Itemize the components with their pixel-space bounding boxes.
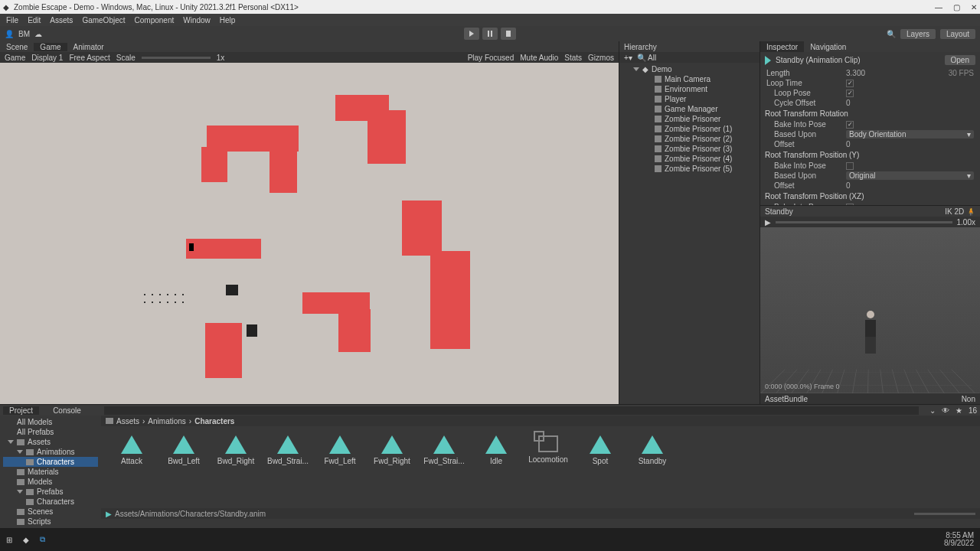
game-viewport[interactable] <box>0 63 619 404</box>
preview-avatar-icon[interactable]: 🧍 <box>966 207 975 216</box>
hierarchy-item[interactable]: Game Manager <box>622 104 756 114</box>
asset-item[interactable]: Attack <box>115 435 149 499</box>
open-button[interactable]: Open <box>945 55 975 65</box>
tab-console[interactable]: Console <box>47 406 87 415</box>
asset-item[interactable]: Bwd_Left <box>167 435 201 499</box>
hierarchy-search[interactable]: 🔍 All <box>637 54 656 62</box>
asset-item[interactable]: Standby <box>635 435 669 499</box>
project-tree[interactable]: All Models All Prefabs Assets Animations… <box>0 416 101 528</box>
tree-item[interactable]: Scripts <box>3 517 98 527</box>
tab-game[interactable]: Game <box>34 43 67 51</box>
loop-time-checkbox[interactable]: ✓ <box>846 80 854 87</box>
hierarchy-item[interactable]: Zombie Prisoner <box>622 114 756 124</box>
asset-item[interactable]: Locomotion <box>531 435 565 499</box>
hierarchy-item[interactable]: Zombie Prisoner (3) <box>622 144 756 154</box>
aspect-dropdown[interactable]: Free Aspect <box>69 54 109 62</box>
tab-inspector[interactable]: Inspector <box>760 41 804 52</box>
tab-project[interactable]: Project <box>3 406 39 415</box>
preview-2d-toggle[interactable]: 2D <box>954 207 964 216</box>
hierarchy-tree[interactable]: ◆Demo Main Camera Environment Player Gam… <box>619 63 760 175</box>
posy-based-dropdown[interactable]: Original▾ <box>846 171 974 180</box>
scale-slider[interactable] <box>142 57 211 59</box>
rot-bake-checkbox[interactable]: ✓ <box>846 121 854 129</box>
hierarchy-item[interactable]: Environment <box>622 84 756 94</box>
tree-item[interactable]: Models <box>3 477 98 487</box>
hierarchy-scene[interactable]: ◆Demo <box>622 64 756 74</box>
cursor-icon <box>189 243 194 251</box>
close-button[interactable]: ✕ <box>971 3 977 11</box>
tab-animator[interactable]: Animator <box>67 43 110 51</box>
pause-button[interactable] <box>482 28 498 40</box>
tree-item[interactable]: Materials <box>3 467 98 477</box>
tree-item[interactable]: All Models <box>3 417 98 427</box>
cloud-icon[interactable]: ☁ <box>34 30 42 38</box>
project-star-icon[interactable]: ★ <box>956 406 962 415</box>
hierarchy-item[interactable]: Player <box>622 94 756 104</box>
preview-timeline[interactable] <box>776 221 952 223</box>
project-filter-icon[interactable]: ⌄ <box>929 406 936 415</box>
stats-toggle[interactable]: Stats <box>564 54 582 62</box>
asset-item[interactable]: Fwd_Strai... <box>427 435 461 499</box>
play-button[interactable] <box>464 28 479 40</box>
hierarchy-item[interactable]: Zombie Prisoner (2) <box>622 134 756 144</box>
tree-item[interactable]: Characters <box>3 497 98 507</box>
asset-item[interactable]: Spot <box>583 435 617 499</box>
assetbundle-dropdown[interactable]: Non <box>962 395 975 403</box>
layout-dropdown[interactable]: Layout <box>940 29 975 39</box>
maximize-button[interactable]: ▢ <box>953 3 960 11</box>
preview-play-button[interactable]: ▶ <box>765 218 771 227</box>
rot-based-dropdown[interactable]: Body Orientation▾ <box>846 130 974 139</box>
cycle-offset-value[interactable]: 0 <box>846 99 974 107</box>
search-icon[interactable]: 🔍 <box>887 30 896 38</box>
rot-offset-value[interactable]: 0 <box>846 140 974 148</box>
asset-item[interactable]: Bwd_Strai... <box>271 435 305 499</box>
tab-navigation[interactable]: Navigation <box>804 41 852 52</box>
tree-item[interactable]: Prefabs <box>3 487 98 497</box>
display-dropdown[interactable]: Display 1 <box>31 54 63 62</box>
tab-scene[interactable]: Scene <box>0 43 34 51</box>
menu-window[interactable]: Window <box>183 16 211 24</box>
hierarchy-add-button[interactable]: +▾ <box>624 54 632 62</box>
preview-ik-toggle[interactable]: IK <box>945 207 952 216</box>
menu-gameobject[interactable]: GameObject <box>82 16 125 24</box>
asset-item[interactable]: Fwd_Left <box>323 435 357 499</box>
windows-start-icon[interactable]: ⊞ <box>6 536 12 544</box>
grid-size-slider[interactable] <box>914 513 975 515</box>
step-button[interactable] <box>501 28 516 40</box>
tree-item[interactable]: Scenes <box>3 507 98 517</box>
tree-assets[interactable]: Assets <box>3 437 98 447</box>
vscode-icon[interactable]: ⧉ <box>40 535 45 544</box>
tree-item[interactable]: All Prefabs <box>3 427 98 437</box>
posy-offset-value[interactable]: 0 <box>846 181 974 190</box>
unity-hub-icon[interactable]: ◆ <box>23 536 29 544</box>
asset-item[interactable]: Idle <box>479 435 513 499</box>
loop-pose-checkbox[interactable]: ✓ <box>846 90 854 97</box>
asset-item[interactable]: Bwd_Right <box>219 435 253 499</box>
posy-bake-checkbox[interactable] <box>846 162 854 170</box>
menu-edit[interactable]: Edit <box>28 16 41 24</box>
menu-file[interactable]: File <box>6 16 18 24</box>
hierarchy-item[interactable]: Main Camera <box>622 74 756 84</box>
preview-stage[interactable]: 0:000 (000.0%) Frame 0 <box>760 227 980 393</box>
hierarchy-item[interactable]: Zombie Prisoner (4) <box>622 154 756 164</box>
menu-assets[interactable]: Assets <box>50 16 73 24</box>
layers-dropdown[interactable]: Layers <box>900 29 936 39</box>
play-focused-dropdown[interactable]: Play Focused <box>468 54 514 62</box>
tree-item[interactable]: Animations <box>3 447 98 457</box>
game-dropdown[interactable]: Game <box>5 54 25 62</box>
hierarchy-item[interactable]: Zombie Prisoner (5) <box>622 164 756 174</box>
hierarchy-item[interactable]: Zombie Prisoner (1) <box>622 124 756 134</box>
account-icon[interactable]: 👤 <box>5 30 14 38</box>
asset-item[interactable]: Fwd_Right <box>375 435 409 499</box>
gizmos-toggle[interactable]: Gizmos <box>588 54 614 62</box>
project-breadcrumb[interactable]: Assets› Animations› Characters <box>101 416 980 426</box>
project-visibility-icon[interactable]: 👁 <box>942 406 949 415</box>
mute-audio-toggle[interactable]: Mute Audio <box>520 54 558 62</box>
project-assets-grid[interactable]: Attack Bwd_Left Bwd_Right Bwd_Strai... F… <box>101 426 980 508</box>
tree-item-selected[interactable]: Characters <box>3 457 98 467</box>
minimize-button[interactable]: — <box>935 3 942 11</box>
menu-component[interactable]: Component <box>135 16 175 24</box>
preview-speed[interactable]: 1.00x <box>957 218 975 227</box>
project-search[interactable] <box>104 406 919 415</box>
menu-help[interactable]: Help <box>220 16 236 24</box>
